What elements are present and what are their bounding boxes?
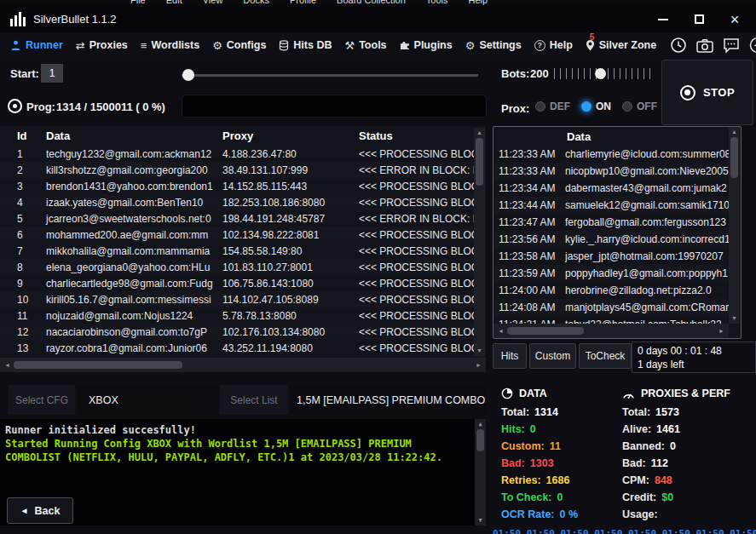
tab-custom[interactable]: Custom <box>529 343 576 369</box>
wordlist-value-field[interactable]: 1,5M [EMAILPASS] PREMIUM COMBOLIST (N <box>290 385 486 415</box>
column-header-proxy[interactable]: Proxy <box>216 129 352 142</box>
proxy-mode-off[interactable]: OFF <box>622 100 657 112</box>
activity-row[interactable]: 11:23:33 AMcharliemyrie@icloud.com:summe… <box>493 146 729 163</box>
runner-table-row[interactable]: 4izaak.yates@gmail.com:BenTen10182.253.1… <box>0 194 474 210</box>
menu-item-board-collection[interactable]: Board Collection <box>337 0 406 5</box>
send-telegram-icon[interactable] <box>748 36 756 55</box>
activity-row[interactable]: 11:24:00 AMherobrine@zilladog.net:pizza2… <box>493 282 729 299</box>
runner-table-row[interactable]: 8elena_georgiana0@yahoo.com:HLu101.83.11… <box>0 259 474 275</box>
runner-table-row[interactable]: 12nacaciarobinson@gmail.com:to7gP102.176… <box>0 324 474 340</box>
config-value-field[interactable]: XBOX <box>77 385 218 415</box>
menu-item-file[interactable]: File <box>130 0 146 5</box>
runner-table-hscrollbar[interactable]: ◄ ► <box>0 358 486 372</box>
stat-value: 0 <box>557 491 563 503</box>
scroll-up-icon[interactable]: ▲ <box>478 421 482 428</box>
runner-table-vscrollbar[interactable]: ▲ ▼ <box>474 128 485 356</box>
scroll-left-icon[interactable]: ◄ <box>498 328 504 335</box>
activity-row[interactable]: 11:23:58 AMjasper_jpt@hotmail.com:199702… <box>493 248 729 265</box>
nav-tab-settings[interactable]: ⚙ Settings <box>465 39 522 51</box>
scrollbar-thumb[interactable] <box>476 429 484 451</box>
scroll-up-icon[interactable]: ▲ <box>731 129 737 135</box>
scrollbar-thumb[interactable] <box>14 361 182 369</box>
prox-label: Prox: <box>501 102 529 115</box>
runner-table-cell: 9 <box>10 278 39 290</box>
column-header-id[interactable]: Id <box>10 129 39 142</box>
scrollbar-thumb[interactable] <box>476 138 483 186</box>
runner-table-row[interactable]: 9charliecartledge98@gmail.com:Fudg106.75… <box>0 275 474 291</box>
menu-bar: File Edit View Docks Profile Board Colle… <box>0 0 756 6</box>
tab-tocheck[interactable]: ToCheck <box>579 343 632 369</box>
tab-hits[interactable]: Hits <box>493 343 527 369</box>
log-vscrollbar[interactable]: ▲ ▼ <box>475 419 486 525</box>
nav-tab-help[interactable]: ? Help <box>534 39 573 51</box>
nav-tab-hits-db[interactable]: Hits DB <box>279 39 332 51</box>
activity-row[interactable]: 11:24:08 AMmanjotplays45@gmail.com:CRoma… <box>493 299 729 316</box>
activity-data: dabermaster43@gmail.com:jumak2 <box>565 182 729 194</box>
activity-row[interactable]: 11:23:47 AMfergoball@gmail.com:fergusson… <box>493 214 729 231</box>
activity-hscrollbar[interactable]: ◄ ► <box>493 324 729 338</box>
nav-tab-silver-zone[interactable]: 5 Silver Zone <box>586 39 656 51</box>
maximize-button[interactable] <box>691 12 707 27</box>
runner-table-row[interactable]: 10kirill05.16.7@gmail.com:messimessi114.… <box>0 291 474 307</box>
history-clock-icon[interactable] <box>669 36 688 55</box>
nav-tab-proxies[interactable]: ⇄ Proxies <box>76 39 128 51</box>
runner-table-row[interactable]: 6mohammed200.ae@gmail.com:mm102.134.98.2… <box>0 227 474 243</box>
scroll-up-icon[interactable]: ▲ <box>476 129 482 136</box>
runner-table-row[interactable]: 2kill3rshotzz@gmail.com:georgia20038.49.… <box>0 162 474 178</box>
bots-slider-handle[interactable] <box>595 68 606 79</box>
scroll-left-icon[interactable]: ◄ <box>4 362 10 369</box>
activity-row[interactable]: 11:23:56 AMkylie._.harry@icloud.com:inco… <box>493 231 729 248</box>
runner-table-cell: <<< PROCESSING BLOCK <box>352 197 474 209</box>
scroll-right-icon[interactable]: ► <box>718 328 724 335</box>
scrollbar-thumb[interactable] <box>507 327 584 335</box>
runner-table-row[interactable]: 11nojuzaid@gmail.com:Nojus12245.78.78.13… <box>0 307 474 324</box>
stop-button[interactable]: STOP <box>661 60 753 125</box>
select-cfg-button[interactable]: Select CFG <box>9 385 75 415</box>
nav-tab-wordlists[interactable]: ≡ Wordlists <box>141 39 199 51</box>
activity-row[interactable]: 11:23:34 AMdabermaster43@gmail.com:jumak… <box>493 180 729 197</box>
close-button[interactable]: × <box>727 12 742 27</box>
runner-table-row[interactable]: 13rayzor.cobra1@gmail.com:Junior0643.252… <box>0 340 474 356</box>
runner-table-row[interactable]: 1techguy1232@gmail.com:ackman124.188.236… <box>0 146 474 162</box>
nav-tab-plugins[interactable]: Plugins <box>400 39 453 51</box>
stat-value: 1303 <box>530 457 554 469</box>
start-input[interactable]: 1 <box>41 64 63 83</box>
menu-item-edit[interactable]: Edit <box>166 0 182 5</box>
activity-vscrollbar[interactable]: ▲ ▼ <box>729 127 740 324</box>
menu-item-help[interactable]: Help <box>469 0 488 5</box>
column-header-data[interactable]: Data <box>39 129 216 142</box>
activity-column-header[interactable]: Data <box>493 127 741 146</box>
menu-item-profile[interactable]: Profile <box>290 0 316 5</box>
activity-row[interactable]: 11:23:33 AMnicopbwp10@gmail.com:Nieve200… <box>493 163 729 180</box>
start-slider-handle[interactable] <box>182 69 194 81</box>
start-slider-track[interactable] <box>182 74 478 77</box>
runner-table-row[interactable]: 5jcarreon3@sweetwaterschools.net:0198.44… <box>0 210 474 227</box>
minimize-button[interactable] <box>655 12 671 27</box>
nav-tab-tools[interactable]: ⚒ Tools <box>345 39 387 51</box>
nav-tab-configs[interactable]: ⚙ Configs <box>212 39 266 51</box>
menu-item-tools[interactable]: Tools <box>426 0 448 5</box>
runner-table-row[interactable]: 3brendon1431@yahoo.com:brendon114.152.85… <box>0 178 474 194</box>
activity-data: nicopbwp10@gmail.com:Nieve2005 <box>565 165 729 177</box>
scroll-down-icon[interactable]: ▼ <box>731 315 737 322</box>
activity-row[interactable]: 11:23:59 AMpoppyhadley1@gmail.com:poppyh… <box>493 265 729 282</box>
stat-value: 1573 <box>655 406 679 418</box>
menu-item-view[interactable]: View <box>203 0 223 5</box>
scroll-right-icon[interactable]: ► <box>476 362 482 369</box>
scroll-down-icon[interactable]: ▼ <box>478 517 482 524</box>
menu-item-docks[interactable]: Docks <box>243 0 269 5</box>
back-button[interactable]: ◄ Back <box>7 497 73 524</box>
chat-icon[interactable] <box>722 36 741 55</box>
nav-tab-runner[interactable]: Runner <box>10 39 63 51</box>
proxy-mode-def[interactable]: DEF <box>535 100 570 112</box>
scroll-down-icon[interactable]: ▼ <box>476 347 482 354</box>
stat-label: Total: <box>501 406 529 418</box>
camera-icon[interactable] <box>695 36 714 55</box>
activity-row[interactable]: 11:24:21 AMtobyd22@hotmail.com:Tobyhalk2… <box>493 316 729 324</box>
proxy-mode-on[interactable]: ON <box>581 100 611 112</box>
activity-row[interactable]: 11:23:44 AMsamuelek12@gmail.com:samik171… <box>493 197 729 214</box>
column-header-status[interactable]: Status <box>352 129 486 142</box>
runner-table-row[interactable]: 7mikkohalila@gmail.com:mammamia154.85.58… <box>0 243 474 259</box>
scrollbar-thumb[interactable] <box>730 137 738 178</box>
select-list-button[interactable]: Select List <box>220 385 288 415</box>
